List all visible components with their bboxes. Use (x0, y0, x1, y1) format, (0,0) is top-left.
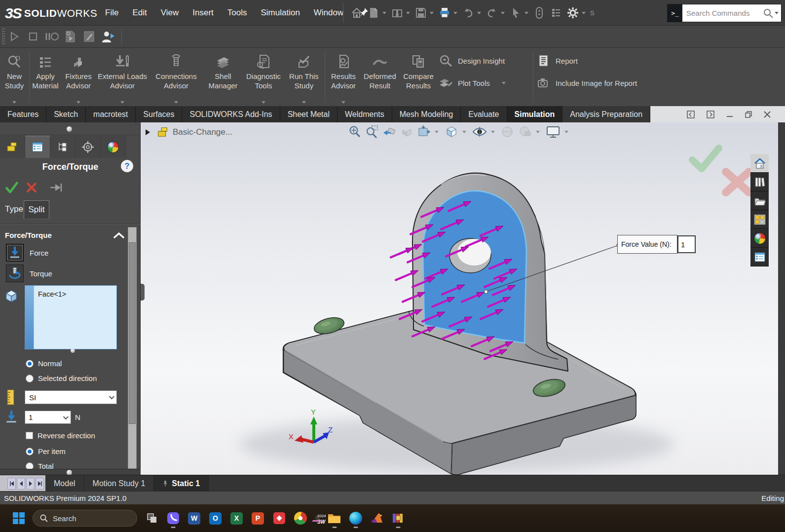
compare-results-button[interactable]: Compare Results (399, 48, 438, 106)
edit-appearance-icon[interactable] (518, 125, 532, 139)
task-pane-home[interactable] (750, 154, 769, 173)
undo-dropdown[interactable] (477, 12, 481, 14)
search-commands-box[interactable]: >_ (667, 4, 782, 22)
matlab-icon[interactable] (370, 512, 383, 525)
play-macro-icon[interactable] (5, 28, 24, 45)
new-file-icon[interactable] (365, 4, 382, 21)
view-orientation-icon[interactable] (445, 125, 458, 139)
task-pane-collapsed-edge[interactable] (778, 122, 785, 475)
torque-button[interactable] (6, 265, 24, 282)
pause-record-icon[interactable] (42, 28, 61, 45)
confirm-ok-icon[interactable] (692, 148, 719, 169)
tab-analysis-preparation[interactable]: Analysis Preparation (562, 106, 650, 122)
task-pane-view-palette[interactable] (750, 210, 769, 229)
apply-material-button[interactable]: Apply Material (30, 48, 61, 106)
fixtures-advisor-button[interactable]: Fixtures Advisor (61, 48, 96, 106)
collapse-chevron-icon[interactable] (113, 232, 124, 239)
menu-file[interactable]: File (105, 8, 118, 18)
menu-view[interactable]: View (161, 8, 179, 18)
menu-insert[interactable]: Insert (192, 8, 214, 18)
unit-system-select[interactable]: SI (25, 390, 117, 404)
open-file-icon[interactable] (389, 4, 406, 21)
next-tab-button[interactable] (26, 478, 35, 490)
menu-window[interactable]: Window (314, 8, 343, 18)
zoom-fit-icon[interactable] (348, 125, 362, 139)
run-macro-file-icon[interactable] (61, 28, 80, 45)
menu-edit[interactable]: Edit (132, 8, 147, 18)
search-commands-input[interactable] (682, 9, 762, 17)
splitter-handle[interactable] (67, 126, 72, 132)
outlook-icon[interactable]: O (209, 512, 222, 525)
appearance-dropdown[interactable] (536, 131, 540, 133)
search-icon[interactable] (762, 7, 774, 19)
tree-expand-icon[interactable] (146, 129, 150, 135)
save-dropdown[interactable] (430, 12, 434, 14)
reverse-direction-checkbox[interactable] (26, 432, 33, 439)
display-style-dropdown[interactable] (491, 131, 495, 133)
print-dropdown[interactable] (453, 12, 457, 14)
panel-top-splitter[interactable] (0, 122, 141, 135)
report-button[interactable]: Report (537, 51, 655, 70)
solidworks-taskbar-icon[interactable]: SW2024 (315, 516, 320, 521)
home-icon[interactable] (348, 4, 365, 21)
stop-macro-icon[interactable] (24, 28, 42, 45)
external-loads-dropdown[interactable] (120, 101, 124, 104)
tab-sheet-metal[interactable]: Sheet Metal (280, 106, 337, 122)
scene-icon[interactable] (546, 125, 561, 139)
selection-box-resize-handle[interactable] (71, 348, 75, 353)
mouse-gestures-icon[interactable] (531, 4, 548, 21)
scene-dropdown[interactable] (564, 131, 568, 133)
chrome-icon[interactable] (294, 512, 307, 525)
task-pane-design-library[interactable] (750, 173, 769, 191)
word-icon[interactable]: W (187, 512, 201, 525)
user-session-icon[interactable] (99, 28, 117, 45)
display-style-icon[interactable] (472, 126, 487, 138)
pane-right-icon[interactable] (706, 110, 715, 119)
panel-bottom-splitter[interactable] (0, 469, 141, 475)
settings-gear-icon[interactable] (564, 4, 581, 21)
task-pane-appearances[interactable] (750, 229, 769, 248)
red-app-icon[interactable] (272, 512, 286, 525)
new-study-dropdown[interactable] (12, 101, 16, 104)
select-cursor-icon[interactable] (507, 4, 524, 21)
redo-dropdown[interactable] (501, 12, 505, 14)
hide-show-items-icon[interactable] (501, 125, 515, 139)
tab-surfaces[interactable]: Surfaces (136, 106, 182, 122)
run-study-dropdown[interactable] (302, 101, 306, 104)
run-this-study-button[interactable]: Run This Study (284, 48, 324, 106)
diagnostic-tools-button[interactable]: Diagnostic Tools (243, 48, 284, 106)
options-list-icon[interactable] (548, 4, 564, 21)
new-file-dropdown[interactable] (382, 12, 386, 14)
edge-icon[interactable] (349, 512, 362, 525)
tab-weldments[interactable]: Weldments (337, 106, 392, 122)
selected-direction-radio[interactable] (26, 375, 34, 382)
tab-solidworks-addins[interactable]: SOLIDWORKS Add-Ins (182, 106, 280, 122)
menu-simulation[interactable]: Simulation (261, 8, 299, 18)
tab-mesh-modeling[interactable]: Mesh Modeling (392, 106, 461, 122)
task-pane-file-explorer[interactable] (750, 191, 769, 210)
help-button[interactable]: ? (121, 160, 133, 172)
connections-advisor-button[interactable]: Connections Advisor (149, 48, 203, 106)
pm-tab-split[interactable]: Split (24, 200, 49, 219)
keep-visible-pin-icon[interactable] (49, 182, 64, 193)
include-image-button[interactable]: Include Image for Report (537, 74, 655, 92)
section-view-icon[interactable] (400, 125, 413, 139)
fixtures-dropdown[interactable] (76, 101, 80, 104)
tab-displaymanager[interactable] (50, 136, 75, 158)
menu-tools[interactable]: Tools (227, 8, 247, 18)
prev-tab-button[interactable] (17, 478, 25, 490)
tab-features[interactable]: Features (0, 106, 46, 122)
minimize-icon[interactable] (726, 111, 734, 118)
tab-static-1[interactable]: Static 1 (154, 475, 209, 492)
edit-macro-icon[interactable] (80, 28, 99, 45)
ok-check-icon[interactable] (5, 181, 19, 194)
excel-icon[interactable]: X (230, 512, 243, 525)
view-orientation-dropdown[interactable] (462, 131, 466, 133)
task-pane-custom-properties[interactable] (750, 248, 769, 266)
clipping-icon[interactable] (417, 125, 431, 139)
file-explorer-taskbar-icon[interactable] (328, 512, 341, 525)
pm-scrollbar[interactable] (128, 227, 137, 469)
pm-scrollbar-thumb[interactable] (129, 242, 136, 424)
last-tab-button[interactable] (36, 478, 44, 490)
plot-tools-dropdown[interactable] (502, 82, 506, 84)
